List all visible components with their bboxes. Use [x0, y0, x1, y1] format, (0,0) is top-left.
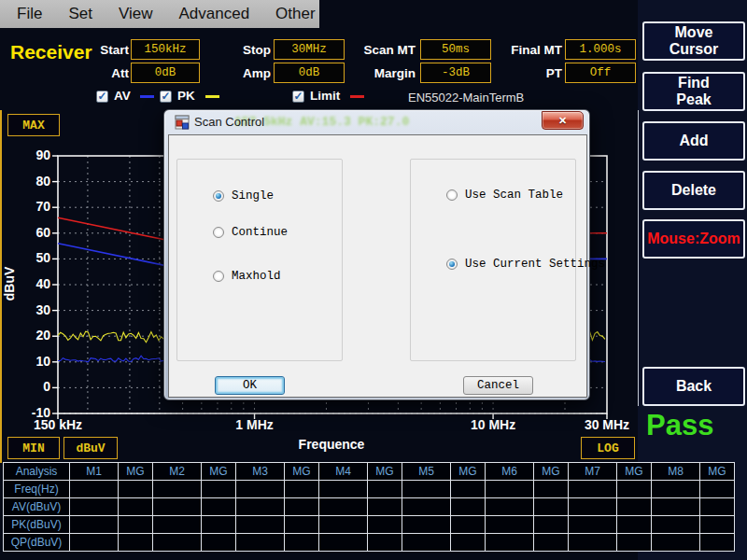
marker-cell [153, 481, 202, 498]
av-checkbox[interactable]: ✓ [96, 91, 108, 103]
radio-settings-use-scan-table[interactable]: Use Scan Table [446, 189, 577, 202]
margin-field[interactable]: -3dB [420, 63, 491, 83]
pass-status: Pass [646, 409, 713, 442]
table-row: AV(dBuV) [4, 498, 735, 516]
table-row: Freq(Hz) [4, 481, 735, 498]
table-row: QP(dBuV) [4, 534, 735, 552]
table-header-mg-4: MG [202, 463, 236, 481]
radio-label: Single [232, 189, 274, 203]
menu-item-other[interactable]: Other [262, 5, 329, 23]
table-header-m8-15: M8 [652, 463, 700, 481]
limit-color-key [350, 95, 364, 98]
radio-settings-use-current-settings[interactable]: Use Current Settings [446, 258, 577, 271]
radio-icon[interactable] [213, 227, 224, 238]
marker-cell [153, 534, 202, 552]
close-icon[interactable]: ✕ [542, 111, 584, 130]
marker-cell [617, 498, 652, 516]
y-tick-label: 60 [13, 225, 50, 240]
pt-field[interactable]: Off [565, 63, 636, 83]
radio-scan-mode-single[interactable]: Single [213, 189, 344, 203]
pk-checkbox-label: PK [177, 89, 195, 103]
y-tick-label: 0 [13, 379, 50, 394]
limit-checkbox-label: Limit [310, 89, 340, 103]
y-tick-label: 50 [13, 250, 50, 265]
marker-cell [368, 516, 402, 534]
menu-item-set[interactable]: Set [55, 5, 106, 23]
radio-icon[interactable] [213, 271, 224, 282]
row-label: QP(dBuV) [4, 534, 70, 552]
back-button[interactable]: Back [642, 367, 745, 406]
marker-cell [569, 534, 617, 552]
stop-field[interactable]: 30MHz [274, 39, 345, 60]
marker-cell [700, 516, 735, 534]
menu-item-file[interactable]: File [4, 5, 55, 23]
radio-icon[interactable] [446, 259, 458, 270]
marker-cell [617, 534, 652, 552]
table-header-mg-2: MG [119, 463, 153, 481]
limit-checkbox[interactable]: ✓ [292, 91, 304, 103]
final-mt-field[interactable]: 1.000s [565, 39, 636, 60]
marker-cell [652, 534, 700, 552]
menu-item-advanced[interactable]: Advanced [165, 5, 262, 23]
marker-cell [486, 498, 534, 516]
av-checkbox-label: AV [114, 89, 131, 103]
table-header-m4-7: M4 [319, 463, 368, 481]
marker-cell [451, 534, 486, 552]
marker-cell [617, 481, 652, 498]
marker-cell [285, 498, 319, 516]
ok-button[interactable]: OK [215, 376, 285, 395]
start-field[interactable]: 150kHz [131, 39, 200, 60]
amp-field[interactable]: 0dB [274, 63, 345, 83]
radio-icon[interactable] [446, 189, 458, 201]
final-mt-label: Final MT [502, 43, 562, 57]
scan-mt-field[interactable]: 50ms [420, 39, 491, 60]
x-tick-label: 150 kHz [34, 417, 82, 432]
pk-color-key [205, 95, 219, 98]
marker-cell [285, 481, 319, 498]
marker-cell [368, 534, 402, 552]
y-tick-label: 10 [13, 354, 50, 369]
settings-source-group: Use Scan TableUse Current Settings [410, 159, 576, 361]
radio-icon[interactable] [213, 190, 224, 202]
marker-cell [70, 498, 119, 516]
marker-cell [119, 534, 153, 552]
radio-label: Maxhold [232, 270, 281, 283]
marker-cell [319, 534, 368, 552]
marker-cell [319, 516, 368, 534]
table-header-mg-8: MG [368, 463, 402, 481]
move-cursor-button[interactable]: Move Cursor [642, 21, 745, 61]
marker-cell [534, 498, 569, 516]
marker-cell [534, 516, 569, 534]
av-color-key [140, 95, 154, 98]
marker-cell [451, 498, 486, 516]
marker-cell [402, 481, 451, 498]
dialog-window-icon [175, 115, 190, 130]
marker-cell [236, 498, 285, 516]
att-field[interactable]: 0dB [131, 63, 200, 83]
radio-scan-mode-continue[interactable]: Continue [213, 226, 344, 239]
marker-cell [700, 498, 735, 516]
menu-item-view[interactable]: View [106, 5, 166, 23]
row-label: Freq(Hz) [4, 481, 70, 498]
delete-button[interactable]: Delete [642, 171, 745, 210]
radio-scan-mode-maxhold[interactable]: Maxhold [213, 270, 344, 283]
marker-cell [368, 481, 402, 498]
marker-cell [569, 481, 617, 498]
marker-cell [236, 516, 285, 534]
table-row: PK(dBuV) [4, 516, 735, 534]
marker-cell [534, 481, 569, 498]
marker-cell [202, 481, 236, 498]
pk-checkbox[interactable]: ✓ [160, 91, 172, 103]
find-peak-button[interactable]: Find Peak [642, 72, 745, 111]
marker-cell [700, 481, 735, 498]
table-header-mg-14: MG [617, 463, 652, 481]
radio-label: Continue [232, 226, 288, 239]
scan-mt-label: Scan MT [358, 43, 416, 57]
amp-label: Amp [232, 66, 271, 80]
mouse-zoom-button[interactable]: Mouse:Zoom [642, 219, 745, 259]
add-button[interactable]: Add [642, 121, 745, 161]
cancel-button[interactable]: Cancel [463, 376, 533, 395]
marker-cell [652, 481, 700, 498]
standard-name: EN55022-MainTermB [408, 91, 524, 105]
scan-mode-group: SingleContinueMaxhold [176, 159, 343, 361]
